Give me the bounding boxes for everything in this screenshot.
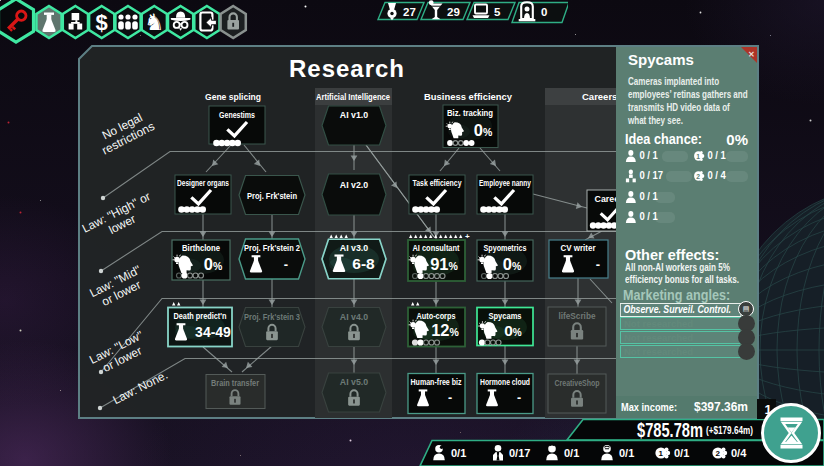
svg-text:AI v4.0: AI v4.0 (340, 312, 368, 322)
svg-text:0: 0 (541, 6, 547, 18)
svg-text:Human-free biz: Human-free biz (411, 377, 462, 387)
svg-text:Death predict'n: Death predict'n (174, 311, 227, 321)
svg-text:Proj. Frk'stein: Proj. Frk'stein (247, 191, 297, 201)
svg-text:Proj. Frk'stein 2: Proj. Frk'stein 2 (244, 243, 300, 253)
svg-text:5: 5 (494, 6, 501, 18)
svg-text:Employee nanny: Employee nanny (479, 178, 531, 188)
svg-text:2: 2 (716, 449, 721, 458)
svg-text:Brain transfer: Brain transfer (211, 378, 259, 388)
svg-text:$: $ (96, 10, 108, 35)
svg-text:Biz. tracking: Biz. tracking (447, 108, 493, 118)
svg-text:Birthclone: Birthclone (182, 243, 220, 253)
svg-text:29: 29 (447, 6, 460, 18)
svg-text:Proj. Frk'stein 3: Proj. Frk'stein 3 (244, 312, 300, 322)
svg-text:34-49: 34-49 (195, 324, 231, 340)
svg-text:Hormone cloud: Hormone cloud (480, 377, 530, 387)
svg-text:Spyometrics: Spyometrics (484, 243, 527, 253)
svg-text:Auto-corps: Auto-corps (417, 311, 456, 321)
svg-text:$785.78m: $785.78m (637, 419, 703, 441)
svg-text:CV writer: CV writer (561, 243, 597, 253)
svg-text:0/1: 0/1 (674, 447, 689, 459)
svg-text:Genestims: Genestims (219, 110, 255, 120)
svg-text:0/1: 0/1 (619, 447, 634, 459)
svg-text:AI v3.0: AI v3.0 (340, 243, 368, 253)
svg-text:Research: Research (289, 55, 405, 82)
svg-text:0/1: 0/1 (451, 447, 466, 459)
svg-text:Designer organs: Designer organs (177, 178, 229, 188)
svg-text:AI v1.0: AI v1.0 (340, 110, 368, 120)
svg-text:6-8: 6-8 (352, 255, 375, 272)
svg-text:0/4: 0/4 (731, 447, 747, 459)
svg-text:Task efficiency: Task efficiency (413, 178, 462, 188)
svg-text:Business efficiency: Business efficiency (424, 91, 513, 102)
svg-text:Artificial Intelligence: Artificial Intelligence (316, 92, 390, 102)
svg-text:AI v2.0: AI v2.0 (340, 180, 368, 190)
svg-text:0/17: 0/17 (509, 447, 530, 459)
svg-text:AI v5.0: AI v5.0 (340, 377, 368, 387)
svg-text:Gene splicing: Gene splicing (205, 91, 261, 102)
svg-text:Spycams: Spycams (489, 311, 522, 321)
svg-text:27: 27 (403, 6, 416, 18)
svg-text:1: 1 (659, 449, 664, 458)
svg-text:1: 1 (696, 152, 700, 160)
svg-text:♞: ♞ (144, 9, 165, 35)
svg-text:CreativeShop: CreativeShop (555, 378, 600, 388)
svg-text:(+$179.64m): (+$179.64m) (706, 424, 753, 436)
svg-text:0/1: 0/1 (564, 447, 579, 459)
svg-text:-: - (284, 257, 288, 272)
svg-text:lifeScribe: lifeScribe (559, 311, 596, 321)
svg-text:AI consultant: AI consultant (413, 243, 460, 253)
svg-text:-: - (596, 257, 600, 272)
svg-text:2: 2 (696, 172, 700, 180)
